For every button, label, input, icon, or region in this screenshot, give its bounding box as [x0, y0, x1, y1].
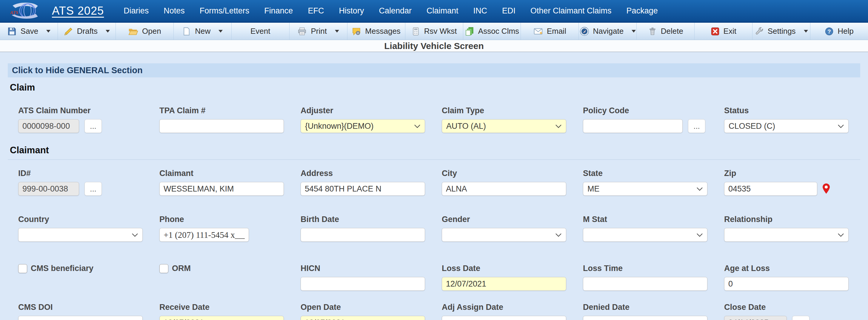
nav-diaries[interactable]: Diaries [124, 6, 149, 16]
field-relationship: Relationship [724, 215, 848, 242]
general-section-toggle[interactable]: Click to Hide GENERAL Section [8, 63, 860, 77]
adjuster-select[interactable]: {Unknown}(DEMO) [301, 119, 425, 133]
denied-date-input[interactable] [583, 316, 707, 320]
cms-beneficiary-checkbox[interactable] [18, 264, 27, 273]
field-id: ID# ... [18, 169, 143, 196]
claim-type-select[interactable]: AUTO (AL) [442, 119, 566, 133]
gender-select[interactable] [442, 228, 566, 242]
event-button[interactable]: Event [231, 23, 289, 40]
zip-input[interactable] [724, 182, 817, 196]
close-date-input[interactable] [724, 316, 787, 320]
exit-button[interactable]: Exit [694, 23, 752, 40]
close-date-lookup-button[interactable]: ... [792, 316, 809, 320]
assoc-clms-button[interactable]: Assoc Clms [463, 23, 521, 40]
chevron-down-icon [838, 233, 844, 237]
chevron-down-icon [838, 124, 844, 128]
orm-toggle[interactable]: ORM [159, 264, 284, 273]
assoc-clms-button-label: Assoc Clms [478, 27, 519, 36]
exit-icon [711, 27, 720, 36]
chevron-down-icon [106, 30, 110, 33]
nav-forms-letters[interactable]: Forms/Letters [200, 6, 250, 16]
delete-button[interactable]: Delete [637, 23, 694, 40]
m-stat-label: M Stat [583, 215, 707, 224]
nav-calendar[interactable]: Calendar [379, 6, 412, 16]
navigate-button[interactable]: Navigate [579, 23, 637, 40]
adj-assign-date-input[interactable] [442, 316, 566, 320]
adjuster-label: Adjuster [301, 106, 425, 115]
id-lookup-button[interactable]: ... [85, 182, 102, 196]
cms-beneficiary-label: CMS beneficiary [31, 264, 93, 273]
nav-notes[interactable]: Notes [163, 6, 185, 16]
messages-button[interactable]: Messages [347, 23, 405, 40]
open-date-input[interactable] [301, 316, 425, 320]
hicn-input[interactable] [301, 277, 425, 291]
birth-date-label: Birth Date [301, 215, 425, 224]
tpa-claim-input[interactable] [159, 119, 284, 133]
id-label: ID# [18, 169, 143, 178]
relationship-select[interactable] [724, 228, 848, 242]
birth-date-input[interactable] [301, 228, 425, 242]
cms-doi-input[interactable] [18, 316, 143, 320]
field-adjuster: Adjuster {Unknown}(DEMO) [301, 106, 425, 133]
help-icon: ? [825, 27, 834, 36]
claimant-name-label: Claimant [159, 169, 284, 178]
gender-label: Gender [442, 215, 566, 224]
rsv-wkst-button[interactable]: Rsv Wkst [405, 23, 463, 40]
id-input[interactable] [18, 182, 79, 196]
brand-link[interactable]: ATS 2025 [52, 4, 104, 17]
city-input[interactable] [442, 182, 566, 196]
help-button[interactable]: ? Help [810, 23, 868, 40]
cms-beneficiary-toggle[interactable]: CMS beneficiary [18, 264, 143, 273]
state-label: State [583, 169, 707, 178]
nav-other-claimant-claims[interactable]: Other Claimant Claims [530, 6, 612, 16]
claimant-row-4: CMS DOI Receive Date Open Date Adj Assig… [0, 303, 868, 320]
nav-inc[interactable]: INC [473, 6, 488, 16]
svg-text:ATS: ATS [10, 10, 18, 15]
status-select[interactable]: CLOSED (C) [724, 119, 848, 133]
address-label: Address [301, 169, 425, 178]
claimant-name-input[interactable] [159, 182, 284, 196]
field-status: Status CLOSED (C) [724, 106, 848, 133]
settings-button[interactable]: Settings [752, 23, 810, 40]
field-hicn: HICN [301, 264, 425, 291]
new-button[interactable]: New [174, 23, 231, 40]
country-select[interactable] [18, 228, 143, 242]
loss-date-input[interactable] [442, 277, 566, 291]
email-button[interactable]: Email [521, 23, 579, 40]
chevron-down-icon [804, 30, 808, 33]
nav-claimant[interactable]: Claimant [427, 6, 459, 16]
age-at-loss-input[interactable] [724, 277, 848, 291]
nav-efc[interactable]: EFC [308, 6, 324, 16]
event-button-label: Event [250, 27, 271, 36]
field-address: Address [301, 169, 425, 196]
nav-history[interactable]: History [339, 6, 364, 16]
print-button[interactable]: Print [289, 23, 347, 40]
ats-claim-number-lookup-button[interactable]: ... [85, 119, 102, 133]
adj-assign-date-label: Adj Assign Date [442, 303, 566, 312]
ats-claim-number-input[interactable] [18, 119, 79, 133]
loss-time-input[interactable] [583, 277, 707, 291]
navigate-button-label: Navigate [593, 27, 624, 36]
field-adj-assign-date: Adj Assign Date [442, 303, 566, 320]
nav-edi[interactable]: EDI [502, 6, 516, 16]
drafts-button[interactable]: Drafts [58, 23, 116, 40]
chevron-down-icon [631, 30, 636, 33]
policy-code-lookup-button[interactable]: ... [688, 119, 705, 133]
orm-checkbox[interactable] [159, 264, 168, 273]
messages-button-label: Messages [365, 27, 401, 36]
policy-code-input[interactable] [583, 119, 683, 133]
close-date-label: Close Date [724, 303, 848, 312]
save-button[interactable]: Save [0, 23, 58, 40]
state-select[interactable]: ME [583, 182, 707, 196]
map-pin-icon[interactable] [821, 183, 832, 195]
chevron-down-icon [132, 233, 138, 237]
nav-finance[interactable]: Finance [264, 6, 293, 16]
phone-input[interactable] [159, 228, 249, 242]
open-button[interactable]: Open [116, 23, 174, 40]
address-input[interactable] [301, 182, 425, 196]
chevron-down-icon [335, 30, 339, 33]
nav-package[interactable]: Package [626, 6, 658, 16]
receive-date-input[interactable] [159, 316, 284, 320]
trash-icon [648, 27, 657, 36]
m-stat-select[interactable] [583, 228, 707, 242]
